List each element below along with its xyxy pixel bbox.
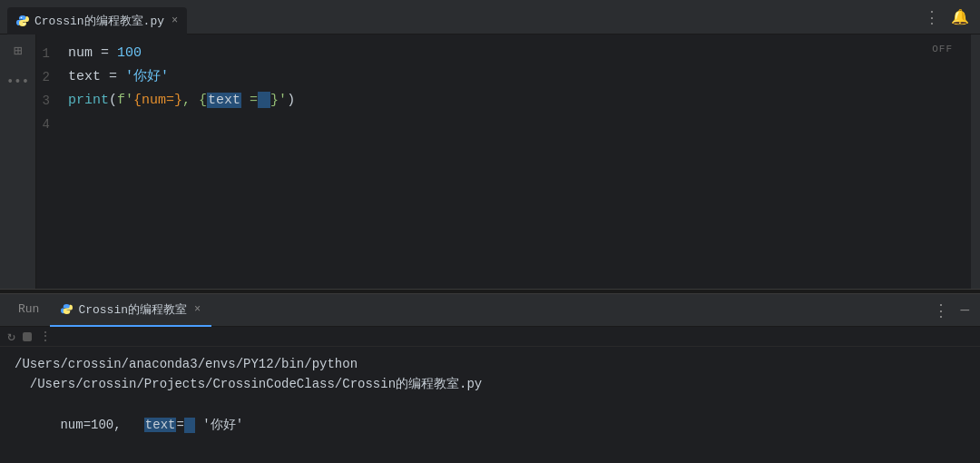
terminal-output-eq: = [176,418,183,432]
terminal-line-3: num=100, text= '你好' [15,395,965,456]
code-var-text: text [68,69,101,84]
code-fstr-comma: , { [182,93,207,108]
off-toggle-label: OFF [932,44,953,54]
code-editor[interactable]: OFF 1 num = 100 2 text = '你好' 3 print(f'… [36,34,971,289]
terminal-tab-close[interactable]: × [194,303,201,316]
terminal-minimize-icon[interactable]: — [960,302,969,319]
terminal-tab-run[interactable]: Run [7,294,50,327]
top-bar-actions: ⋮ 🔔 [924,7,969,27]
code-op-2: = [101,69,125,84]
terminal-tabs-actions: ⋮ — [933,300,969,320]
code-line-1: 1 num = 100 [36,42,971,65]
editor-tab-close[interactable]: × [172,15,178,27]
code-fstr-end: }' [270,93,287,108]
code-line-3: 3 print(f'{num=}, {text =}') [36,89,971,113]
dots-icon[interactable]: ••• [6,74,29,89]
code-highlight-empty [258,92,270,108]
code-paren-close: ) [287,93,295,108]
python-tab-icon [16,15,29,27]
code-fstr-start: f' [117,93,133,108]
terminal-toolbar: ↻ ⋮ [0,327,980,347]
line-number-1: 1 [36,42,68,65]
terminal-panel: Run Crossin的编程教室 × ⋮ — ↻ ⋮ /Users/crossi… [0,294,980,463]
terminal-output-numval: num=100, [60,418,143,432]
editor-top-bar: Crossin的编程教室.py × ⋮ 🔔 [0,0,980,34]
editor-tab[interactable]: Crossin的编程教室.py × [7,7,187,34]
code-content-1: num = 100 [68,42,964,65]
svg-point-1 [24,23,25,25]
stop-button[interactable] [23,332,32,341]
terminal-output-value: '你好' [195,418,243,432]
terminal-line-2: /Users/crossin/Projects/CrossinCodeClass… [15,374,965,394]
code-line-2: 2 text = '你好' [36,65,971,89]
terminal-tab-label: Crossin的编程教室 [78,301,187,318]
code-var-num: num [68,45,93,61]
code-str-nihao: '你好' [125,69,169,84]
line-number-2: 2 [36,65,68,89]
terminal-tabs-bar: Run Crossin的编程教室 × ⋮ — [0,294,980,327]
terminal-tab-crossin[interactable]: Crossin的编程教室 × [50,294,211,327]
terminal-highlight-text: text [144,418,177,432]
terminal-highlight-empty [184,418,195,433]
code-fn-print: print [68,93,109,108]
code-content-3: print(f'{num=}, {text =}') [68,89,964,113]
code-content-2: text = '你好' [68,65,964,89]
code-highlight-text: text [207,93,241,108]
terminal-python-icon [61,303,73,315]
structure-icon[interactable]: ⊞ [14,42,23,60]
terminal-run-label: Run [18,302,39,316]
terminal-line-1: /Users/crossin/anaconda3/envs/PY12/bin/p… [15,354,965,374]
code-expr-num: {num=} [133,93,182,108]
terminal-output: /Users/crossin/anaconda3/envs/PY12/bin/p… [0,347,980,463]
notifications-icon[interactable]: 🔔 [951,8,969,26]
code-fstr-eq: = [241,93,258,108]
editor-tab-label: Crossin的编程教室.py [34,13,164,29]
svg-point-0 [21,16,23,18]
terminal-more-icon[interactable]: ⋮ [933,300,949,320]
code-paren-open: ( [109,93,117,108]
editor-left-sidebar: ⊞ ••• [0,34,36,289]
terminal-output-path1: /Users/crossin/anaconda3/envs/PY12/bin/p… [15,357,358,371]
editor-scrollbar[interactable] [971,34,980,289]
editor-area: ⊞ ••• OFF 1 num = 100 2 text = '你好' 3 pr… [0,34,980,289]
code-num-100: 100 [117,45,142,61]
code-line-4: 4 [36,113,971,136]
code-op-1: = [93,45,117,61]
terminal-menu-icon[interactable]: ⋮ [39,329,52,344]
rerun-icon[interactable]: ↻ [7,328,15,345]
terminal-output-path2: /Users/crossin/Projects/CrossinCodeClass… [15,377,482,391]
more-options-icon[interactable]: ⋮ [924,7,940,27]
line-number-3: 3 [36,89,68,113]
line-number-4: 4 [36,113,68,136]
